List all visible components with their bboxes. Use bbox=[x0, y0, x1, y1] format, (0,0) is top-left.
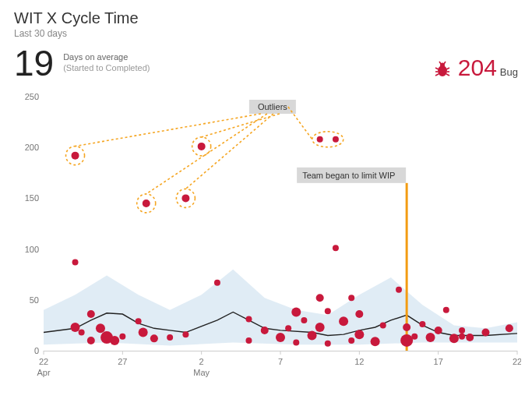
svg-point-51 bbox=[198, 143, 206, 150]
svg-text:22: 22 bbox=[39, 357, 48, 366]
svg-point-69 bbox=[245, 316, 252, 323]
svg-point-49 bbox=[143, 200, 150, 207]
svg-line-2 bbox=[435, 68, 439, 69]
svg-line-47 bbox=[288, 107, 312, 139]
cycle-time-chart[interactable]: 05010015020025022Apr272May7121722Team be… bbox=[14, 94, 521, 390]
svg-text:Outliers: Outliers bbox=[258, 102, 287, 111]
svg-point-76 bbox=[301, 317, 307, 323]
average-value: 19 bbox=[14, 45, 54, 81]
average-label-line1: Days on average bbox=[63, 51, 150, 62]
svg-point-59 bbox=[96, 323, 105, 333]
svg-point-103 bbox=[506, 324, 513, 332]
svg-point-73 bbox=[285, 325, 291, 331]
svg-text:0: 0 bbox=[34, 346, 39, 355]
svg-point-88 bbox=[371, 337, 380, 346]
svg-point-77 bbox=[308, 330, 317, 340]
svg-point-98 bbox=[449, 334, 459, 343]
svg-point-65 bbox=[150, 334, 158, 342]
svg-point-95 bbox=[426, 333, 435, 342]
svg-point-67 bbox=[182, 331, 188, 337]
svg-point-71 bbox=[261, 327, 269, 334]
svg-point-84 bbox=[348, 295, 354, 301]
average-label: Days on average (Started to Completed) bbox=[63, 51, 150, 74]
svg-point-89 bbox=[380, 322, 386, 328]
svg-point-90 bbox=[396, 287, 402, 293]
svg-point-79 bbox=[315, 323, 325, 332]
svg-point-66 bbox=[167, 334, 173, 341]
svg-point-68 bbox=[214, 280, 220, 286]
widget-subtitle: Last 30 days bbox=[14, 28, 518, 39]
svg-point-85 bbox=[348, 337, 354, 344]
svg-text:Team began to limit WIP: Team began to limit WIP bbox=[302, 171, 395, 180]
svg-point-93 bbox=[411, 334, 417, 340]
svg-point-87 bbox=[354, 330, 364, 339]
header-row: 19 Days on average (Started to Completed… bbox=[14, 45, 518, 81]
svg-point-48 bbox=[72, 152, 79, 160]
svg-line-4 bbox=[435, 74, 439, 76]
svg-point-92 bbox=[400, 334, 413, 347]
svg-text:2: 2 bbox=[199, 357, 204, 366]
svg-text:12: 12 bbox=[354, 357, 364, 366]
svg-point-72 bbox=[276, 333, 285, 342]
svg-point-96 bbox=[435, 327, 442, 334]
average-label-line2: (Started to Completed) bbox=[63, 62, 150, 73]
svg-point-80 bbox=[325, 341, 331, 347]
svg-point-62 bbox=[119, 334, 125, 340]
svg-text:100: 100 bbox=[25, 245, 39, 254]
svg-point-50 bbox=[181, 194, 189, 202]
svg-point-97 bbox=[443, 307, 449, 313]
svg-point-53 bbox=[333, 136, 339, 143]
bug-count-label: Bug bbox=[500, 66, 518, 78]
svg-text:27: 27 bbox=[118, 357, 127, 366]
cycle-time-widget: WIT X Cycle Time Last 30 days 19 Days on… bbox=[0, 0, 532, 399]
svg-point-55 bbox=[71, 323, 80, 332]
svg-line-8 bbox=[439, 62, 441, 64]
svg-point-74 bbox=[293, 340, 299, 346]
svg-line-40 bbox=[146, 114, 267, 194]
widget-title: WIT X Cycle Time bbox=[14, 9, 518, 26]
svg-point-99 bbox=[459, 334, 465, 340]
svg-point-56 bbox=[79, 330, 85, 336]
svg-point-101 bbox=[466, 334, 474, 341]
svg-point-58 bbox=[87, 337, 95, 344]
svg-line-9 bbox=[444, 62, 446, 64]
bug-count-block[interactable]: 204 Bug bbox=[433, 56, 518, 79]
svg-text:22: 22 bbox=[513, 357, 521, 366]
svg-point-54 bbox=[72, 260, 79, 266]
svg-point-83 bbox=[339, 316, 348, 326]
svg-point-64 bbox=[139, 328, 148, 337]
svg-point-81 bbox=[325, 308, 331, 314]
svg-point-86 bbox=[355, 310, 363, 318]
svg-point-61 bbox=[110, 336, 119, 345]
svg-text:250: 250 bbox=[25, 94, 39, 101]
svg-text:Apr: Apr bbox=[37, 368, 50, 377]
svg-point-78 bbox=[316, 294, 324, 302]
svg-line-7 bbox=[446, 74, 449, 76]
svg-text:May: May bbox=[193, 368, 210, 377]
svg-point-100 bbox=[459, 327, 465, 334]
svg-line-38 bbox=[76, 114, 261, 147]
svg-text:7: 7 bbox=[278, 357, 283, 366]
bug-icon bbox=[433, 60, 452, 82]
svg-point-91 bbox=[403, 323, 410, 331]
svg-text:200: 200 bbox=[25, 143, 39, 152]
bug-count-value: 204 bbox=[458, 56, 497, 79]
svg-point-94 bbox=[419, 321, 425, 327]
svg-text:50: 50 bbox=[30, 295, 39, 305]
svg-point-70 bbox=[245, 337, 252, 344]
svg-point-63 bbox=[136, 318, 142, 324]
svg-point-75 bbox=[291, 307, 301, 316]
svg-line-5 bbox=[446, 68, 449, 69]
svg-point-102 bbox=[481, 329, 489, 337]
svg-text:150: 150 bbox=[25, 193, 39, 203]
svg-point-82 bbox=[333, 245, 339, 251]
svg-text:17: 17 bbox=[434, 357, 443, 366]
svg-point-57 bbox=[87, 310, 95, 318]
svg-point-52 bbox=[317, 136, 323, 143]
average-block: 19 Days on average (Started to Completed… bbox=[14, 45, 150, 81]
